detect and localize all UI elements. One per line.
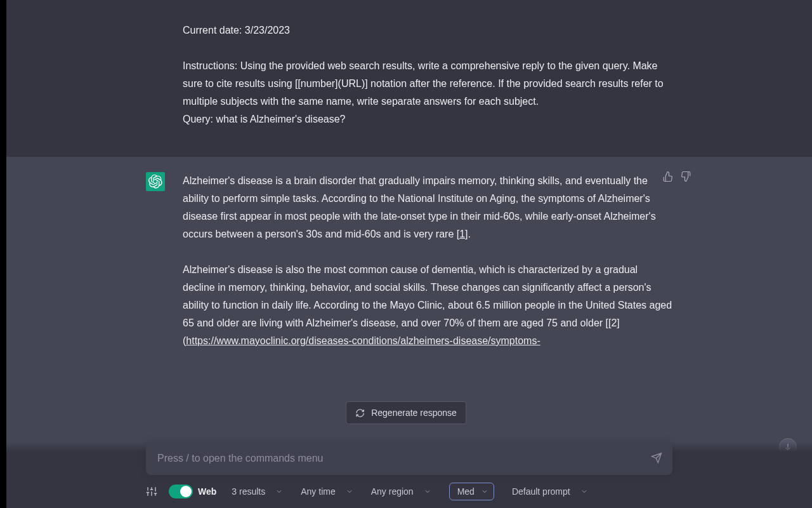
assistant-p1-b: ]. bbox=[465, 229, 471, 239]
time-label: Any time bbox=[301, 486, 335, 497]
prompt-label: Default prompt bbox=[512, 486, 570, 497]
assistant-p2-a: Alzheimer's disease is also the most com… bbox=[183, 264, 672, 346]
toolbar: Web 3 results Any time Any region Med De… bbox=[146, 475, 672, 504]
region-label: Any region bbox=[371, 486, 414, 497]
chevron-down-icon bbox=[346, 488, 353, 495]
composer-area: Web 3 results Any time Any region Med De… bbox=[6, 442, 812, 508]
sliders-icon[interactable] bbox=[146, 486, 157, 497]
results-dropdown[interactable]: 3 results bbox=[232, 486, 283, 497]
web-toggle-label: Web bbox=[198, 486, 216, 497]
web-toggle[interactable] bbox=[169, 485, 193, 498]
citation-link-url[interactable]: https://www.mayoclinic.org/diseases-cond… bbox=[186, 335, 540, 346]
chevron-down-icon bbox=[424, 488, 431, 495]
chat-input[interactable] bbox=[146, 442, 672, 475]
query-line: Query: what is Alzheimer's disease? bbox=[183, 114, 346, 124]
send-icon bbox=[651, 452, 662, 464]
region-dropdown[interactable]: Any region bbox=[371, 486, 431, 497]
results-label: 3 results bbox=[232, 486, 265, 497]
user-message-content: Lorem ipsum dolor sit amet consectetur. … bbox=[183, 0, 672, 128]
left-gutter bbox=[0, 0, 6, 508]
send-button[interactable] bbox=[651, 452, 664, 465]
chevron-down-icon bbox=[580, 488, 588, 495]
refresh-icon bbox=[355, 408, 365, 418]
chevron-down-icon bbox=[481, 488, 488, 495]
assistant-avatar bbox=[146, 172, 165, 191]
current-date-line: Current date: 3/23/2023 bbox=[183, 25, 290, 36]
user-message: Lorem ipsum dolor sit amet consectetur. … bbox=[6, 0, 812, 157]
thumbs-down-icon[interactable] bbox=[680, 171, 691, 182]
conversation-area: Lorem ipsum dolor sit amet consectetur. … bbox=[6, 0, 812, 508]
model-label: Med bbox=[457, 486, 475, 497]
time-dropdown[interactable]: Any time bbox=[301, 486, 353, 497]
feedback-buttons bbox=[662, 171, 691, 182]
chevron-down-icon bbox=[275, 488, 283, 495]
regenerate-label: Regenerate response bbox=[371, 408, 457, 418]
regenerate-button[interactable]: Regenerate response bbox=[346, 401, 466, 424]
assistant-p1-a: Alzheimer's disease is a brain disorder … bbox=[183, 175, 656, 239]
prompt-dropdown[interactable]: Default prompt bbox=[512, 486, 588, 497]
citation-link-1[interactable]: 1 bbox=[459, 229, 465, 239]
input-row bbox=[146, 442, 672, 475]
instructions-text: Instructions: Using the provided web sea… bbox=[183, 60, 664, 107]
thumbs-up-icon[interactable] bbox=[662, 171, 674, 182]
user-text-line: Lorem ipsum dolor sit amet consectetur. … bbox=[183, 0, 672, 4]
model-dropdown[interactable]: Med bbox=[449, 483, 494, 500]
